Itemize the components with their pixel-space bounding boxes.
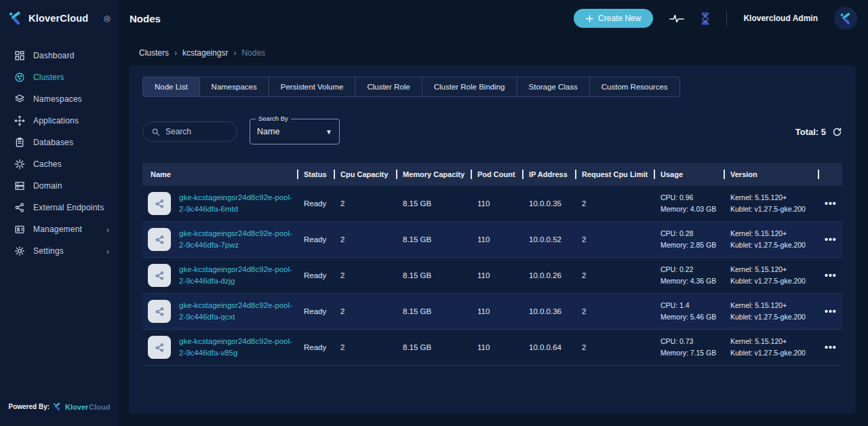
node-usage: CPU: 1.4Memory: 5.46 GB: [654, 300, 724, 324]
node-request-cpu-limit: 2: [575, 199, 654, 208]
sidebar-item-settings[interactable]: Settings ›: [0, 240, 119, 262]
node-name-link[interactable]: gke-kcstageingsr24d8c92e-pool-2-9c446dfa…: [179, 192, 293, 214]
tab-storage-class[interactable]: Storage Class: [517, 77, 590, 97]
node-ip-address: 10.0.0.26: [522, 271, 575, 279]
column-header-ip-address: IP Address: [522, 170, 575, 178]
node-version: Kernel: 5.15.120+Kublet: v1.27.5-gke.200: [724, 336, 818, 360]
brand-header: KloverCloud ◎: [0, 0, 119, 37]
content-card: Node List Namespaces Persistent Volume C…: [129, 65, 856, 414]
node-cpu-capacity: 2: [334, 199, 396, 208]
sidebar-item-external-endpoints[interactable]: External Endpoints: [0, 197, 119, 218]
sidebar-item-caches[interactable]: Caches: [0, 153, 119, 175]
node-pod-count: 110: [471, 199, 522, 208]
node-status: Ready: [297, 307, 334, 315]
tab-cluster-role[interactable]: Cluster Role: [355, 77, 422, 97]
sidebar-item-domain[interactable]: Domain: [0, 175, 119, 197]
sidebar: KloverCloud ◎ Dashboard Clusters Namespa…: [0, 0, 119, 426]
column-header-status: Status: [297, 170, 334, 178]
node-memory-capacity: 8.15 GB: [396, 235, 471, 244]
table-row: gke-kcstageingsr24d8c92e-pool-2-9c446dfa…: [142, 222, 842, 258]
id-card-icon: [14, 224, 25, 235]
chevron-right-icon: ›: [106, 225, 109, 235]
share-nodes-icon: [14, 202, 25, 213]
sidebar-item-databases[interactable]: Databases: [0, 132, 119, 153]
databases-icon: [14, 137, 25, 148]
refresh-icon[interactable]: [832, 127, 842, 137]
sidebar-item-applications[interactable]: Applications: [0, 110, 119, 132]
klovercloud-logo-icon: [53, 402, 62, 411]
table-row: gke-kcstageingsr24d8c92e-pool-2-9c446dfa…: [142, 330, 842, 366]
node-request-cpu-limit: 2: [575, 235, 654, 244]
sidebar-nav: Dashboard Clusters Namespaces Applicatio…: [0, 37, 119, 262]
toolbar: Search By Name ▼ Total: 5: [142, 119, 842, 144]
row-more-menu-icon[interactable]: •••: [825, 270, 837, 281]
node-usage: CPU: 0.28Memory: 2.85 GB: [654, 228, 724, 252]
node-version: Kernel: 5.15.120+Kublet: v1.27.5-gke.200: [724, 264, 818, 288]
tab-custom-resources[interactable]: Custom Resources: [589, 77, 680, 97]
search-icon: [151, 128, 160, 136]
breadcrumb-clusters[interactable]: Clusters: [139, 48, 169, 58]
search-by-value: Name: [257, 127, 279, 136]
tab-persistent-volume[interactable]: Persistent Volume: [269, 77, 356, 97]
namespaces-icon: [14, 94, 25, 104]
caches-icon: [14, 159, 25, 170]
table-row: gke-kcstageingsr24d8c92e-pool-2-9c446dfa…: [142, 258, 842, 294]
activity-pulse-icon[interactable]: [669, 12, 684, 24]
row-more-menu-icon[interactable]: •••: [825, 342, 837, 353]
node-memory-capacity: 8.15 GB: [396, 307, 471, 315]
total-count: Total: 5: [795, 127, 826, 137]
node-cpu-capacity: 2: [334, 235, 396, 244]
node-memory-capacity: 8.15 GB: [396, 271, 471, 279]
node-status: Ready: [297, 199, 334, 208]
node-share-icon: [148, 336, 171, 359]
node-name-link[interactable]: gke-kcstageingsr24d8c92e-pool-2-9c446dfa…: [179, 336, 293, 358]
sidebar-item-dashboard[interactable]: Dashboard: [0, 45, 119, 66]
row-more-menu-icon[interactable]: •••: [825, 234, 837, 245]
search-input[interactable]: [165, 127, 226, 136]
node-cpu-capacity: 2: [334, 307, 396, 315]
node-ip-address: 10.0.0.36: [522, 307, 575, 315]
sidebar-item-clusters[interactable]: Clusters: [0, 66, 119, 88]
sidebar-collapse-toggle-icon[interactable]: ◎: [104, 14, 111, 23]
domain-icon: [14, 180, 25, 191]
node-request-cpu-limit: 2: [575, 307, 654, 315]
column-header-cpu-capacity: Cpu Capacity: [334, 170, 396, 178]
tab-namespaces[interactable]: Namespaces: [199, 77, 269, 97]
node-share-icon: [148, 300, 171, 323]
create-new-button[interactable]: Create New: [574, 9, 653, 28]
node-usage: CPU: 0.73Memory: 7.15 GB: [654, 336, 724, 360]
column-header-memory-capacity: Memory Capacity: [396, 170, 471, 178]
node-request-cpu-limit: 2: [575, 343, 654, 351]
row-more-menu-icon[interactable]: •••: [825, 306, 837, 317]
search-by-label: Search By: [256, 115, 291, 122]
node-memory-capacity: 8.15 GB: [396, 343, 471, 351]
topbar: Nodes Create New Klovercloud Admin: [119, 0, 868, 37]
search-by-dropdown[interactable]: Search By Name ▼: [250, 119, 340, 144]
dashboard-icon: [14, 50, 25, 61]
main-area: Nodes Create New Klovercloud Admin Clust…: [119, 0, 868, 426]
tab-node-list[interactable]: Node List: [142, 77, 200, 97]
tab-bar: Node List Namespaces Persistent Volume C…: [142, 77, 842, 97]
search-box[interactable]: [142, 121, 237, 142]
node-name-link[interactable]: gke-kcstageingsr24d8c92e-pool-2-9c446dfa…: [179, 300, 293, 322]
breadcrumb-cluster-name[interactable]: kcstageingsr: [182, 48, 228, 58]
node-ip-address: 10.0.0.64: [522, 343, 575, 351]
tab-cluster-role-binding[interactable]: Cluster Role Binding: [422, 77, 517, 97]
node-status: Ready: [297, 271, 334, 279]
node-name-link[interactable]: gke-kcstageingsr24d8c92e-pool-2-9c446dfa…: [179, 264, 293, 286]
chevron-right-icon: ›: [174, 48, 177, 58]
column-header-pod-count: Pod Count: [471, 170, 522, 178]
sidebar-item-management[interactable]: Management ›: [0, 218, 119, 240]
row-more-menu-icon[interactable]: •••: [825, 198, 837, 209]
hourglass-icon[interactable]: [701, 12, 710, 25]
breadcrumb: Clusters › kcstageingsr › Nodes: [139, 48, 868, 58]
chevron-right-icon: ›: [233, 48, 236, 58]
chevron-down-icon: ▼: [326, 128, 332, 136]
sidebar-item-namespaces[interactable]: Namespaces: [0, 88, 119, 110]
user-avatar[interactable]: [834, 7, 857, 30]
page-title: Nodes: [130, 13, 161, 24]
node-name-link[interactable]: gke-kcstageingsr24d8c92e-pool-2-9c446dfa…: [179, 228, 293, 250]
node-pod-count: 110: [471, 307, 522, 315]
node-cpu-capacity: 2: [334, 271, 396, 279]
gear-icon: [14, 246, 25, 256]
